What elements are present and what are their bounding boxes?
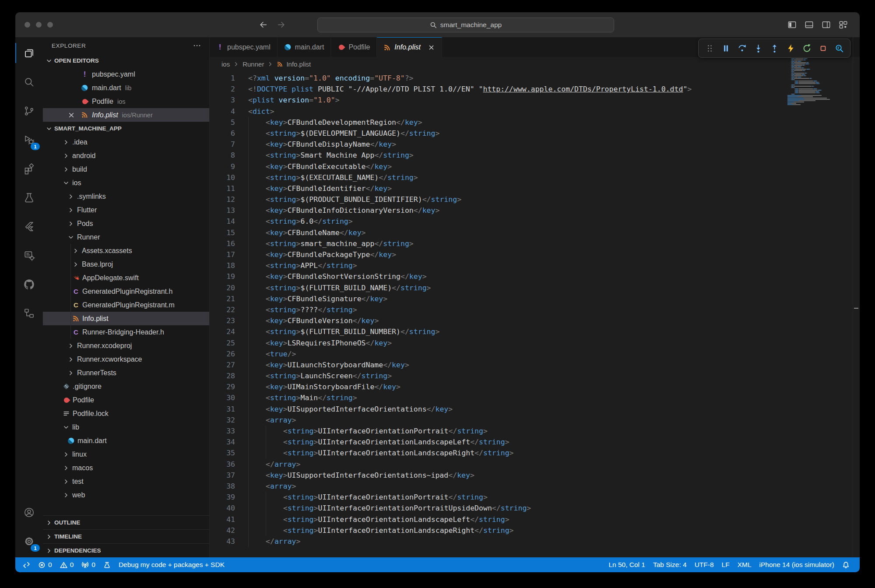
status-language-mode[interactable]: XML xyxy=(734,557,756,572)
tree-item-android[interactable]: android xyxy=(43,149,209,162)
status-warnings[interactable]: 0 xyxy=(56,557,78,572)
debug-pause-button[interactable] xyxy=(718,40,733,56)
tree-item-label: Flutter xyxy=(77,206,97,214)
tree-item-test[interactable]: test xyxy=(43,475,209,488)
breadcrumb-item-ios[interactable]: ios xyxy=(221,60,230,68)
status-encoding[interactable]: UTF-8 xyxy=(691,557,718,572)
activity-item-source-control[interactable] xyxy=(15,96,43,125)
activity-item-accounts[interactable] xyxy=(15,498,43,527)
toggle-primary-sidebar-icon[interactable] xyxy=(787,20,797,30)
overview-ruler[interactable] xyxy=(853,37,860,557)
activity-item-explorer[interactable] xyxy=(15,39,43,67)
close-window-button[interactable] xyxy=(25,22,30,28)
tree-item-generatedpluginregistrant-h[interactable]: CGeneratedPluginRegistrant.h xyxy=(43,285,209,298)
project-root-header[interactable]: SMART_MACHINE_APP xyxy=(43,122,209,135)
debug-drag-grip-button[interactable] xyxy=(702,40,717,56)
activity-item-search[interactable] xyxy=(15,67,43,96)
explorer-more-actions-icon[interactable]: ⋯ xyxy=(193,41,201,50)
tab-label: Info.plist xyxy=(394,43,421,51)
activity-item-references[interactable] xyxy=(15,299,43,327)
status-device[interactable]: iPhone 14 (ios simulator) xyxy=(756,557,838,572)
debug-step-over-button[interactable] xyxy=(734,40,749,56)
status-remote-indicator[interactable] xyxy=(19,557,34,572)
status-notifications[interactable] xyxy=(838,557,854,572)
go-back-icon[interactable] xyxy=(259,20,268,29)
code-line: 36</array> xyxy=(210,459,860,470)
open-editor-info-plist[interactable]: Info.plist ios/Runner xyxy=(43,108,209,122)
debug-devtools-inspector-button[interactable] xyxy=(832,40,847,56)
tree-item-runner-xcworkspace[interactable]: Runner.xcworkspace xyxy=(43,352,209,366)
activity-item-run-and-debug[interactable]: 1 xyxy=(15,125,43,154)
debug-step-out-button[interactable] xyxy=(767,40,782,56)
code-line: 24<string>$(FLUTTER_BUILD_NUMBER)</strin… xyxy=(210,326,860,337)
status-cursor-position[interactable]: Ln 50, Col 1 xyxy=(604,557,649,572)
debug-step-into-button[interactable] xyxy=(751,40,766,56)
hot-reload-icon xyxy=(786,43,796,53)
section-dependencies[interactable]: DEPENDENCIES xyxy=(43,543,209,557)
go-forward-icon[interactable] xyxy=(277,20,286,29)
open-editors-header[interactable]: OPEN EDITORS xyxy=(43,54,209,67)
tree-item-runner[interactable]: Runner xyxy=(43,230,209,244)
tab-info-plist[interactable]: Info.plist xyxy=(377,37,442,57)
tree-item-lib[interactable]: lib xyxy=(43,420,209,434)
remote-icon xyxy=(23,561,30,569)
debug-stop-button[interactable] xyxy=(815,40,830,56)
tree-item-ios[interactable]: ios xyxy=(43,176,209,190)
status-indentation[interactable]: Tab Size: 4 xyxy=(649,557,691,572)
open-editor-podfile[interactable]: Podfile ios xyxy=(43,95,209,108)
tab-podfile[interactable]: Podfile xyxy=(331,37,377,57)
toggle-panel-icon[interactable] xyxy=(804,20,814,30)
tree-item-base-lproj[interactable]: Base.lproj xyxy=(43,257,209,271)
close-icon[interactable] xyxy=(428,44,435,51)
tree-item-flutter[interactable]: Flutter xyxy=(43,203,209,217)
activity-item-github[interactable] xyxy=(15,270,43,299)
activity-item-project-config[interactable] xyxy=(15,241,43,270)
customize-layout-icon[interactable] xyxy=(838,20,848,30)
open-editor-main-dart[interactable]: main.dart lib xyxy=(43,81,209,95)
status-debug-config[interactable]: Debug my code + packages + SDK xyxy=(115,557,228,572)
tree-item-build[interactable]: build xyxy=(43,162,209,176)
traffic-lights xyxy=(25,12,53,37)
tree-item-appdelegate-swift[interactable]: AppDelegate.swift xyxy=(43,271,209,285)
zoom-window-button[interactable] xyxy=(47,22,53,28)
tree-item-podfile-lock[interactable]: Podfile.lock xyxy=(43,407,209,420)
tab-main-dart[interactable]: main.dart xyxy=(278,37,331,57)
toggle-secondary-sidebar-icon[interactable] xyxy=(821,20,831,30)
tree-item-macos[interactable]: macos xyxy=(43,461,209,475)
open-editor-pubspec-yaml[interactable]: ! pubspec.yaml xyxy=(43,67,209,81)
status-eol[interactable]: LF xyxy=(718,557,734,572)
tree-item-podfile[interactable]: Podfile xyxy=(43,393,209,407)
debug-hot-reload-button[interactable] xyxy=(783,40,798,56)
code-editor[interactable]: 1<?xml version="1.0" encoding="UTF-8"?>2… xyxy=(210,71,860,557)
command-center-search[interactable]: smart_machine_app xyxy=(317,18,614,32)
tree-item-generatedpluginregistrant-m[interactable]: CGeneratedPluginRegistrant.m xyxy=(43,298,209,312)
breadcrumb-item-runner[interactable]: Runner xyxy=(242,60,264,68)
tree-item-linux[interactable]: linux xyxy=(43,447,209,461)
section-timeline[interactable]: TIMELINE xyxy=(43,529,209,543)
close-icon[interactable] xyxy=(67,111,75,119)
debug-restart-button[interactable] xyxy=(799,40,814,56)
tree-item-pods[interactable]: Pods xyxy=(43,217,209,230)
tree-item-idea[interactable]: .idea xyxy=(43,135,209,149)
status-broadcast[interactable]: 0 xyxy=(77,557,99,572)
activity-item-settings[interactable]: 1 xyxy=(15,527,43,556)
tree-item-symlinks[interactable]: .symlinks xyxy=(43,190,209,203)
tree-item-web[interactable]: web xyxy=(43,488,209,502)
activity-item-testing[interactable] xyxy=(15,183,43,212)
tree-item-runnertests[interactable]: RunnerTests xyxy=(43,366,209,380)
github-icon xyxy=(23,278,35,290)
tree-item-main-dart[interactable]: main.dart xyxy=(43,434,209,447)
minimize-window-button[interactable] xyxy=(36,22,42,28)
tree-item-runner-xcodeproj[interactable]: Runner.xcodeproj xyxy=(43,339,209,352)
tab-pubspec-yaml[interactable]: ! pubspec.yaml xyxy=(210,37,278,57)
section-outline[interactable]: OUTLINE xyxy=(43,515,209,529)
status-launch-flask[interactable] xyxy=(99,557,115,572)
tree-item-runner-bridging-header-h[interactable]: CRunner-Bridging-Header.h xyxy=(43,325,209,339)
tree-item-info-plist[interactable]: Info.plist xyxy=(43,312,209,325)
activity-item-flutter[interactable] xyxy=(15,212,43,241)
status-errors[interactable]: 0 xyxy=(34,557,56,572)
activity-item-extensions[interactable] xyxy=(15,154,43,183)
breadcrumb-item-info-plist[interactable]: Info.plist xyxy=(286,60,311,68)
tree-item-assets-xcassets[interactable]: Assets.xcassets xyxy=(43,244,209,257)
tree-item-gitignore[interactable]: .gitignore xyxy=(43,380,209,393)
